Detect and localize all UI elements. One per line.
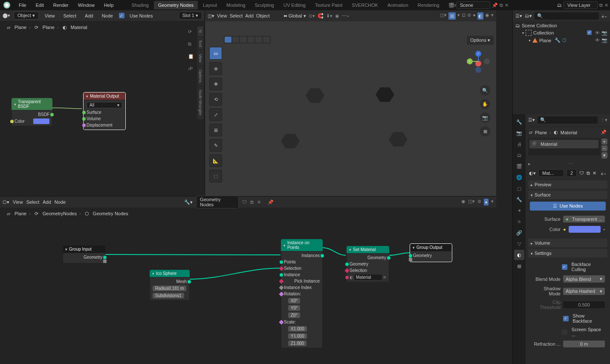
- sidebar-p-icon[interactable]: ›P: [188, 66, 194, 71]
- slot-specials-button[interactable]: ▾: [601, 152, 607, 159]
- tool-select-box[interactable]: ▭: [209, 47, 222, 60]
- workspace-tab-layout[interactable]: Layout: [199, 1, 221, 9]
- clear-material-icon[interactable]: ✕: [383, 275, 386, 280]
- shader-menu-add[interactable]: Add: [82, 12, 96, 19]
- prop-tab-texture[interactable]: ▦: [514, 261, 524, 271]
- snap-type-icon[interactable]: ⬇▾: [326, 13, 332, 19]
- select-mode-1[interactable]: [225, 37, 231, 43]
- tool-move[interactable]: ✥: [209, 78, 222, 90]
- prop-tab-object[interactable]: ▢: [514, 183, 524, 194]
- shading-dd-icon[interactable]: ▾: [491, 12, 494, 20]
- menu-edit[interactable]: Edit: [32, 1, 48, 9]
- node-group-output[interactable]: Group Output Geometry: [410, 243, 452, 262]
- viewport-options-dropdown[interactable]: Options ▾: [467, 36, 494, 45]
- use-nodes-checkbox[interactable]: ✓: [119, 13, 124, 18]
- fake-user-icon[interactable]: 🛡: [579, 170, 584, 176]
- pivot-icon[interactable]: ⊙▾: [309, 13, 315, 19]
- workspace-tab-rendering[interactable]: Rendering: [413, 1, 444, 9]
- gn-modifier-name[interactable]: Geometry Nodes: [196, 196, 239, 208]
- use-nodes-button[interactable]: ☰Use Nodes: [530, 202, 606, 211]
- prop-tab-mesh[interactable]: ▽: [514, 239, 524, 249]
- exclude-checkbox[interactable]: ✓: [587, 30, 592, 35]
- color-value-icon[interactable]: •: [603, 227, 605, 232]
- gn-add[interactable]: Add: [43, 199, 51, 205]
- tree-collection[interactable]: ▾ Collection ✓ 👁 📷: [515, 29, 607, 37]
- gn-bc-tree[interactable]: Geometry Nodes: [93, 211, 128, 216]
- screen-space-check[interactable]: [562, 329, 567, 335]
- pan-icon[interactable]: ✋: [480, 99, 490, 109]
- layer-copy-icon[interactable]: ⧉: [599, 3, 603, 8]
- gn-overlay-icon[interactable]: ◉: [461, 199, 465, 205]
- gn-unlink-icon[interactable]: ✕: [257, 199, 261, 205]
- workspace-tab-sverchok[interactable]: SVERCHOK: [347, 1, 382, 9]
- prop-tab-physics[interactable]: ⚛: [514, 217, 524, 227]
- panel-preview[interactable]: Preview: [528, 180, 607, 189]
- select-mode-2[interactable]: [232, 37, 239, 43]
- node-transparent-bsdf[interactable]: Transparent BSDF BSDF Color: [12, 98, 52, 126]
- gn-wire-icon[interactable]: ⊚: [477, 199, 481, 205]
- outliner-editor-icon[interactable]: ☰▾: [515, 13, 522, 19]
- orientation-dropdown[interactable]: ⬌ Global ▾: [283, 13, 306, 19]
- gn-node[interactable]: Node: [55, 199, 66, 205]
- menu-file[interactable]: File: [14, 1, 31, 9]
- color-field[interactable]: [569, 226, 601, 233]
- shader-mode-dropdown[interactable]: Object ▾: [14, 12, 39, 20]
- proportional-icon[interactable]: ◉: [335, 13, 339, 19]
- copy-icon[interactable]: ⧉: [587, 170, 590, 176]
- backface-culling-check[interactable]: ✓: [562, 264, 567, 270]
- workspace-tab-animation[interactable]: Animation: [383, 1, 413, 9]
- gn-dd-icon[interactable]: ▾: [491, 199, 494, 205]
- gn-newcopy-icon[interactable]: ⧉: [250, 199, 254, 205]
- outliner-search[interactable]: 🔍: [535, 12, 599, 20]
- gn-select[interactable]: Select: [26, 199, 40, 205]
- navigation-gizmo[interactable]: ZY: [466, 49, 490, 73]
- scene-pin-icon[interactable]: 📌: [492, 3, 498, 8]
- gn-bc-mod[interactable]: GeometryNodes: [43, 211, 77, 216]
- material-name-field[interactable]: Material: [354, 274, 382, 280]
- gn-solid-icon[interactable]: ●: [484, 199, 489, 205]
- overlay-dd-icon[interactable]: ▾: [457, 12, 460, 20]
- props-options-icon[interactable]: ⋮▾: [600, 117, 607, 123]
- vp-object[interactable]: Object: [256, 13, 270, 18]
- prop-tab-render[interactable]: 📷: [514, 128, 524, 138]
- tool-transform[interactable]: ⊞: [209, 124, 222, 136]
- workspace-tab-uv-editing[interactable]: UV Editing: [279, 1, 310, 9]
- scene-delete-icon[interactable]: ✕: [505, 3, 509, 8]
- workspace-tab-texture-paint[interactable]: Texture Paint: [311, 1, 347, 9]
- tree-plane[interactable]: ▸ Plane 🔧 ⬡ 👁 📷: [515, 37, 607, 44]
- curve-icon[interactable]: 〰▾: [342, 13, 349, 18]
- node-instance-on-points[interactable]: Instance on Points Instances Points Sele…: [281, 239, 323, 348]
- sidebar-tab-n[interactable]: N: [197, 26, 203, 37]
- breadcrumb-plane[interactable]: Plane: [14, 25, 26, 30]
- gn-view[interactable]: View: [13, 199, 23, 205]
- add-slot-button[interactable]: +: [601, 139, 607, 144]
- gn-editor-icon[interactable]: ⬡▾: [3, 199, 9, 205]
- subdiv-field[interactable]: Subdivisions1: [153, 293, 184, 298]
- material-browse-icon[interactable]: ◐▾: [529, 170, 536, 176]
- workspace-tab-modeling[interactable]: Modeling: [222, 1, 250, 9]
- scene-copy-icon[interactable]: ⧉: [500, 3, 503, 8]
- workspace-tab-shading[interactable]: Shading: [127, 1, 153, 9]
- surface-shader-dropdown[interactable]: ● Transparent ...: [563, 216, 605, 222]
- node-ico-sphere[interactable]: Ico Sphere Mesh Radius0.181 m Subdivisio…: [150, 270, 190, 300]
- scene-name-field[interactable]: Scene: [456, 1, 490, 9]
- tool-scale[interactable]: ⤢: [209, 108, 222, 121]
- tool-measure[interactable]: 📐: [209, 154, 222, 167]
- breadcrumb-plane2[interactable]: Plane: [43, 25, 55, 30]
- filter-icon[interactable]: ⏚▾: [601, 13, 607, 18]
- node-material-output[interactable]: Material Output All ▾ Surface Volume Dis…: [83, 92, 126, 130]
- prop-tab-particles[interactable]: ✶: [514, 205, 524, 216]
- pin-icon[interactable]: 📌: [601, 130, 607, 135]
- output-target-dropdown[interactable]: All ▾: [87, 102, 122, 108]
- sidebar-tab-options[interactable]: Options: [197, 66, 203, 87]
- menu-help[interactable]: Help: [100, 1, 118, 9]
- select-mode-3[interactable]: [240, 37, 247, 43]
- show-backface-check[interactable]: ✓: [563, 316, 569, 321]
- xray-icon[interactable]: ⊡: [462, 12, 465, 20]
- tool-annotate[interactable]: ✎: [209, 139, 222, 152]
- layer-delete-icon[interactable]: ✕: [604, 3, 608, 8]
- shader-menu-node[interactable]: Node: [99, 12, 116, 19]
- panel-surface[interactable]: Surface: [528, 191, 607, 199]
- shading-solid-icon[interactable]: ●: [473, 12, 476, 20]
- node-set-material[interactable]: Set Material Geometry Geometry Selection…: [347, 246, 389, 282]
